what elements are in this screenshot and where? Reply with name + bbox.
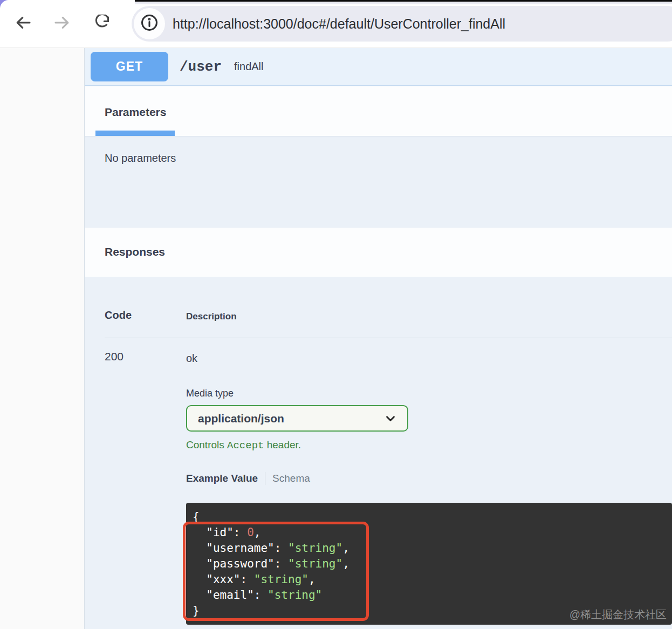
hint-accept-code: Accept [227, 440, 264, 452]
operation-summary-row[interactable]: GET /user findAll [85, 48, 672, 86]
tab-example-value[interactable]: Example Value [186, 473, 258, 484]
table-divider [105, 338, 672, 338]
watermark: @稀土掘金技术社区 [570, 607, 667, 623]
column-header-code: Code [105, 309, 132, 322]
hint-suffix: header. [264, 439, 301, 450]
accept-header-hint: Controls Accept header. [186, 439, 301, 452]
operation-panel: GET /user findAll Parameters No paramete… [85, 48, 672, 629]
tab-separator [265, 472, 265, 485]
responses-title: Responses [105, 245, 165, 258]
site-info-button[interactable] [134, 8, 165, 39]
reload-icon [93, 15, 109, 33]
responses-header: Responses [85, 228, 672, 277]
tab-schema[interactable]: Schema [272, 473, 310, 484]
get-method-badge[interactable]: GET [91, 52, 168, 81]
browser-toolbar: http://localhost:3000/doc#/default/UserC… [0, 0, 672, 48]
forward-arrow-icon [53, 14, 71, 33]
screen: http://localhost:3000/doc#/default/UserC… [0, 0, 672, 629]
media-type-select[interactable]: application/json [186, 405, 408, 432]
endpoint-summary: findAll [234, 60, 263, 73]
parameters-header: Parameters [85, 86, 672, 136]
example-code: { "id": 0, "username": "string", "passwo… [193, 509, 672, 619]
forward-button[interactable] [53, 15, 71, 33]
back-button[interactable] [14, 15, 32, 33]
no-parameters-text: No parameters [105, 152, 176, 165]
tabstrip-band [135, 2, 672, 4]
response-description: ok [186, 352, 197, 365]
endpoint-path: /user [180, 59, 222, 75]
chevron-down-icon [383, 412, 397, 426]
parameters-title: Parameters [105, 106, 166, 119]
column-header-description: Description [186, 311, 237, 322]
reload-button[interactable] [92, 15, 110, 33]
model-example-tabs: Example Value Schema [186, 472, 310, 485]
media-type-label: Media type [186, 388, 234, 399]
info-icon [140, 13, 159, 34]
hint-prefix: Controls [186, 439, 227, 450]
example-code-block: { "id": 0, "username": "string", "passwo… [186, 503, 672, 625]
parameters-body: No parameters [85, 136, 672, 228]
media-type-value: application/json [198, 412, 284, 425]
back-arrow-icon [15, 14, 32, 33]
url-text: http://localhost:3000/doc#/default/UserC… [173, 16, 505, 32]
address-bar[interactable]: http://localhost:3000/doc#/default/UserC… [132, 6, 672, 42]
left-gutter [0, 48, 85, 629]
swagger-page: GET /user findAll Parameters No paramete… [0, 48, 672, 629]
responses-body: Code Description 200 ok Media type appli… [85, 277, 672, 629]
response-status-code: 200 [105, 350, 124, 363]
parameters-tab-underline [95, 131, 175, 136]
